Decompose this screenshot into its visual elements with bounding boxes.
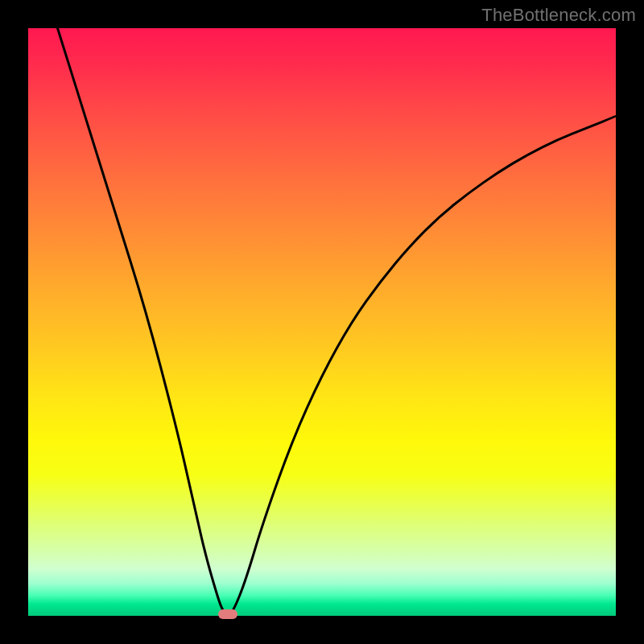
plot-area xyxy=(28,28,616,616)
watermark-text: TheBottleneck.com xyxy=(481,5,636,26)
curve-minimum-marker xyxy=(218,609,237,619)
chart-frame: TheBottleneck.com xyxy=(0,0,644,644)
bottleneck-curve xyxy=(28,28,616,616)
